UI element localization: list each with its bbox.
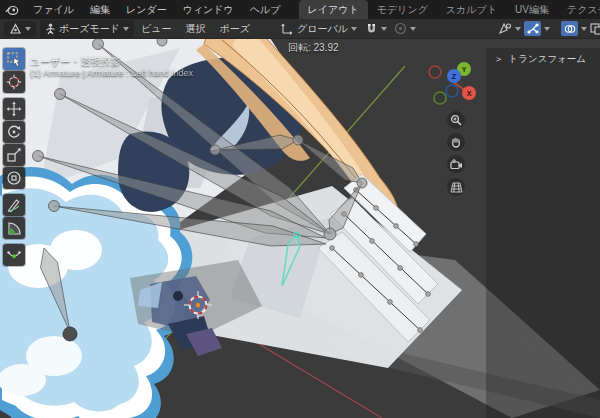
axis-ball-minus-z[interactable]: [446, 85, 458, 97]
breakdowner-icon: [6, 247, 22, 263]
tool-transform[interactable]: [3, 167, 25, 189]
annotate-pen-icon: [6, 197, 22, 213]
tool-select-box[interactable]: [3, 48, 25, 70]
svg-text:Y: Y: [462, 66, 467, 73]
camera-view-button[interactable]: [447, 155, 465, 173]
tool-move[interactable]: [3, 98, 25, 120]
transform-panel-label: トランスフォーム: [509, 53, 587, 66]
xray-icon[interactable]: [590, 22, 600, 35]
tab-uv-editing[interactable]: UV編集: [506, 0, 558, 19]
menu-render[interactable]: レンダー: [118, 0, 175, 19]
chevron-down-icon: [381, 27, 387, 31]
object-visibility-icon[interactable]: [498, 22, 512, 35]
chevron-down-icon: [123, 27, 129, 31]
menu-view[interactable]: ビュー: [134, 19, 178, 38]
tab-texture-paint[interactable]: テクスチャペイント: [558, 0, 600, 19]
svg-text:Z: Z: [452, 73, 457, 80]
magnifier-icon: [450, 114, 462, 126]
transform-settings-cluster: グローバル: [281, 19, 416, 38]
mode-selector[interactable]: ポーズモード: [40, 20, 134, 38]
proportional-edit-icon[interactable]: [394, 22, 407, 35]
menu-window[interactable]: ウィンドウ: [175, 0, 242, 19]
axis-ball-x[interactable]: X: [462, 86, 476, 100]
axis-ball-minus-y[interactable]: [434, 92, 446, 104]
grid-perspective-icon: [450, 182, 463, 193]
transform-icon: [6, 170, 22, 186]
menu-select[interactable]: 選択: [178, 19, 212, 38]
axis-ball-minus-x[interactable]: [429, 66, 441, 78]
chevron-down-icon: [515, 27, 521, 31]
camera-icon: [450, 159, 463, 170]
workspace-tabs: レイアウト モデリング スカルプト UV編集 テクスチャペイント シェーディング…: [299, 0, 600, 19]
pose-mode-icon: [45, 23, 56, 35]
tool-scale[interactable]: [3, 144, 25, 166]
mode-selector-label: ポーズモード: [59, 22, 120, 36]
select-box-icon: [6, 51, 22, 67]
viewport-editor-icon: [9, 23, 22, 35]
chevron-down-icon: [410, 27, 416, 31]
svg-text:X: X: [467, 90, 472, 97]
orientation-axes-icon: [281, 22, 294, 35]
measure-protractor-icon: [6, 220, 22, 236]
blender-logo-icon: [5, 4, 19, 16]
viewport-3d[interactable]: 回転: 23.92 ユーザー・透視投影 (1) Armature | Armat…: [0, 38, 600, 418]
axis-ball-z[interactable]: Z: [447, 69, 461, 83]
editor-type-selector[interactable]: [4, 21, 36, 37]
viewport-toggle-cluster: [498, 19, 600, 38]
tool-cursor[interactable]: [3, 71, 25, 93]
scale-icon: [6, 147, 22, 163]
tool-rotate[interactable]: [3, 121, 25, 143]
panel-collapse-arrow-icon: ＞: [494, 53, 504, 66]
chevron-down-icon: [544, 27, 550, 31]
toggle-perspective-button[interactable]: [447, 178, 465, 196]
cursor-tool-icon: [6, 74, 22, 90]
rotate-icon: [6, 124, 22, 140]
show-gizmo-button[interactable]: [524, 21, 541, 36]
zoom-view-button[interactable]: [447, 111, 465, 129]
hand-icon: [450, 136, 462, 148]
menu-edit[interactable]: 編集: [82, 0, 118, 19]
show-gizmo-icon: [527, 23, 539, 35]
topbar: ファイル 編集 レンダー ウィンドウ ヘルプ レイアウト モデリング スカルプト…: [0, 0, 600, 19]
show-overlays-icon: [564, 23, 576, 35]
sidebar-n-panel: ＞ トランスフォーム: [486, 48, 600, 418]
chevron-down-icon: [581, 27, 587, 31]
dark-joint-sphere: [63, 327, 77, 341]
menu-help[interactable]: ヘルプ: [242, 0, 289, 19]
navigation-axis-gizmo[interactable]: Y Z X: [424, 56, 482, 112]
tab-sculpting[interactable]: スカルプト: [437, 0, 506, 19]
magnet-icon[interactable]: [365, 22, 378, 35]
menu-pose[interactable]: ポーズ: [212, 19, 256, 38]
tool-breakdowner[interactable]: [3, 244, 25, 266]
transform-panel-header[interactable]: ＞ トランスフォーム: [486, 48, 600, 66]
tool-annotate[interactable]: [3, 194, 25, 216]
tab-layout[interactable]: レイアウト: [299, 0, 368, 19]
tab-modeling[interactable]: モデリング: [368, 0, 437, 19]
chevron-down-icon: [25, 27, 31, 31]
pan-view-button[interactable]: [447, 133, 465, 151]
chevron-down-icon: [351, 27, 357, 31]
move-icon: [6, 101, 22, 117]
viewport-header: ポーズモード ビュー 選択 ポーズ グローバル: [0, 19, 600, 39]
orientation-label[interactable]: グローバル: [297, 22, 348, 36]
menu-file[interactable]: ファイル: [25, 0, 82, 19]
tool-measure[interactable]: [3, 217, 25, 239]
show-overlays-button[interactable]: [561, 21, 578, 36]
